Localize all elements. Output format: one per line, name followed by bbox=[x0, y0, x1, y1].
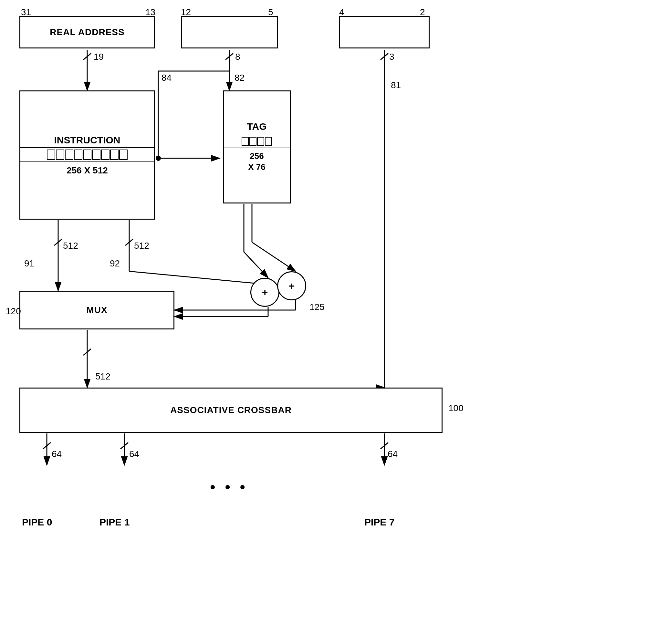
cell-7 bbox=[101, 150, 109, 160]
tag-cells bbox=[224, 135, 290, 148]
label-82: 82 bbox=[234, 73, 244, 83]
label-92: 92 bbox=[110, 258, 120, 269]
svg-line-23 bbox=[252, 242, 295, 271]
svg-point-18 bbox=[156, 156, 161, 161]
cell-3 bbox=[65, 150, 73, 160]
label-19: 19 bbox=[94, 52, 104, 62]
adder2-label: + bbox=[289, 280, 295, 292]
label-pipe1: PIPE 1 bbox=[100, 517, 130, 528]
cell-5 bbox=[83, 150, 91, 160]
label-13: 13 bbox=[145, 7, 155, 17]
associative-crossbar-box: ASSOCIATIVE CROSSBAR bbox=[19, 387, 442, 433]
cell-6 bbox=[92, 150, 101, 160]
svg-line-34 bbox=[121, 443, 128, 449]
label-120: 120 bbox=[6, 306, 21, 317]
ellipsis-dots: • • • bbox=[210, 478, 248, 496]
tag-cell-3 bbox=[257, 137, 264, 146]
label-31: 31 bbox=[21, 7, 31, 17]
cell-9 bbox=[119, 150, 127, 160]
instruction-cells bbox=[20, 147, 154, 162]
label-100: 100 bbox=[449, 403, 464, 413]
box-4-2 bbox=[339, 16, 430, 48]
svg-line-16 bbox=[125, 239, 133, 245]
label-512-1: 512 bbox=[63, 241, 78, 251]
tag-box: TAG 256X 76 bbox=[223, 90, 291, 203]
adder-circle-2: + bbox=[277, 271, 306, 300]
label-2: 2 bbox=[420, 7, 425, 17]
diagram-container: REAL ADDRESS INSTRUCTION 256 X 512 TAG bbox=[0, 0, 668, 644]
mux-label: MUX bbox=[86, 305, 107, 315]
adder1-label: + bbox=[262, 287, 268, 298]
label-3: 3 bbox=[389, 52, 394, 62]
tag-size: 256X 76 bbox=[248, 148, 265, 175]
tag-cell-1 bbox=[242, 137, 249, 146]
svg-line-6 bbox=[226, 53, 233, 60]
adder-circle-1: + bbox=[250, 278, 279, 307]
mux-box: MUX bbox=[19, 291, 174, 329]
label-512-3: 512 bbox=[95, 371, 110, 382]
label-pipe0: PIPE 0 bbox=[22, 517, 52, 528]
cell-1 bbox=[47, 150, 55, 160]
svg-line-11 bbox=[380, 53, 388, 60]
svg-line-29 bbox=[84, 349, 91, 355]
label-pipe7: PIPE 7 bbox=[364, 517, 394, 528]
label-64-1: 64 bbox=[52, 449, 62, 459]
svg-line-21 bbox=[244, 252, 268, 278]
svg-line-32 bbox=[43, 443, 51, 449]
box-12-5 bbox=[181, 16, 278, 48]
svg-line-3 bbox=[84, 53, 91, 60]
cell-4 bbox=[74, 150, 82, 160]
instruction-box: INSTRUCTION 256 X 512 bbox=[19, 90, 155, 220]
svg-line-36 bbox=[380, 443, 388, 449]
real-address-label: REAL ADDRESS bbox=[50, 27, 124, 37]
label-8: 8 bbox=[235, 52, 240, 62]
label-91: 91 bbox=[24, 258, 34, 269]
label-4: 4 bbox=[339, 7, 344, 17]
label-84: 84 bbox=[162, 73, 171, 83]
label-64-2: 64 bbox=[129, 449, 139, 459]
tag-cell-4 bbox=[265, 137, 272, 146]
label-512-2: 512 bbox=[134, 241, 149, 251]
cell-8 bbox=[110, 150, 119, 160]
cell-2 bbox=[56, 150, 64, 160]
svg-line-15 bbox=[129, 271, 265, 284]
real-address-box: REAL ADDRESS bbox=[19, 16, 155, 48]
crossbar-label: ASSOCIATIVE CROSSBAR bbox=[170, 405, 292, 415]
tag-cell-2 bbox=[249, 137, 257, 146]
instruction-size: 256 X 512 bbox=[66, 162, 108, 179]
label-5: 5 bbox=[268, 7, 273, 17]
label-125: 125 bbox=[309, 302, 325, 312]
tag-label: TAG bbox=[224, 119, 290, 135]
instruction-label: INSTRUCTION bbox=[54, 132, 121, 147]
label-12: 12 bbox=[181, 7, 191, 17]
label-81: 81 bbox=[391, 80, 401, 90]
label-64-3: 64 bbox=[388, 449, 398, 459]
svg-line-13 bbox=[54, 239, 62, 245]
